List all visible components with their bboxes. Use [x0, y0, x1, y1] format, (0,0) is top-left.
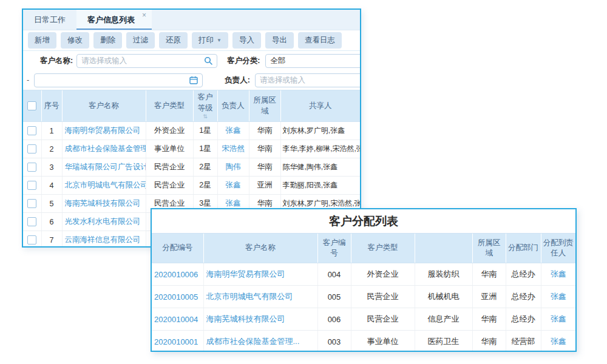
- table-row[interactable]: 2020010005 北京市明城电气有限公司 005 民营企业 机械机电 亚洲 …: [152, 286, 575, 308]
- table-row[interactable]: 2020010006 海南明华贸易有限公司 004 外资企业 服装纺织 华南 总…: [152, 263, 575, 286]
- customer-no: 006: [317, 308, 351, 331]
- customer-no: 004: [317, 263, 351, 286]
- view-log-button[interactable]: 查看日志: [298, 32, 342, 49]
- customer-name-link[interactable]: 北京市明城电气有限公司: [65, 181, 146, 189]
- export-button[interactable]: 导出: [265, 32, 294, 49]
- col-header-dept: 分配部门: [506, 234, 541, 263]
- industry: 机械机电: [415, 286, 472, 308]
- restore-button[interactable]: 还原: [159, 32, 188, 49]
- customer-type: 民营企业: [146, 158, 193, 177]
- customer-name-link[interactable]: 云南海祥信息有限公司: [65, 235, 141, 244]
- table-row[interactable]: 2 成都市社会保险基金管理... 事业单位 1星 宋浩然 华南 李华,李婷,柳琳…: [23, 140, 360, 158]
- add-button[interactable]: 新增: [28, 32, 56, 49]
- table-row[interactable]: 4 北京市明城电气有限公司 民营企业 2星 张鑫 亚洲 李勤丽,阳强,张鑫: [23, 177, 360, 195]
- dept: 总经办: [506, 286, 541, 308]
- filter-button[interactable]: 过滤: [126, 32, 155, 49]
- customer-type: 外资企业: [351, 263, 415, 286]
- page-title: 客户分配列表: [152, 209, 575, 233]
- col-header-industry: [415, 234, 472, 263]
- row-no: 2: [41, 140, 62, 158]
- tab-close-icon[interactable]: ×: [142, 11, 146, 19]
- customer-name-link[interactable]: 海南芜城科技有限公司: [206, 314, 285, 323]
- table-row[interactable]: 3 华瑞城有限公司广告设计部 民营企业 2星 陶伟 华南 陈华健,陶伟,张鑫: [23, 158, 360, 177]
- date-input[interactable]: [34, 73, 203, 87]
- alloc-no-link[interactable]: 2020010001: [154, 337, 198, 346]
- customer-name-link[interactable]: 华瑞城有限公司广告设计部: [65, 163, 146, 171]
- customer-name-field[interactable]: [81, 56, 204, 65]
- customer-no: 003: [317, 331, 351, 352]
- level-label: 客户等级: [198, 93, 213, 112]
- customer-name-link[interactable]: 海南芜城科技有限公司: [65, 199, 141, 207]
- row-checkbox[interactable]: [27, 144, 36, 153]
- alloc-no-link[interactable]: 2020010004: [154, 315, 198, 324]
- shared-people: 陈华健,陶伟,张鑫: [280, 158, 360, 177]
- edit-button[interactable]: 修改: [61, 32, 89, 49]
- owner-link[interactable]: 宋浩然: [222, 144, 245, 153]
- customer-category-label: 客户分类:: [227, 56, 260, 66]
- customer-name-link[interactable]: 光发水利水电有限公司: [65, 217, 141, 226]
- date-field[interactable]: [39, 76, 189, 84]
- caret-down-icon: ▼: [217, 38, 222, 43]
- print-button[interactable]: 打印 ▼: [192, 32, 228, 49]
- sort-icon[interactable]: ⇅: [195, 114, 215, 120]
- tab-label: 客户信息列表: [87, 15, 135, 24]
- table-row[interactable]: 2020010004 海南芜城科技有限公司 006 民营企业 信息产业 华南 总…: [152, 308, 575, 331]
- col-header-alloc-no: 分配编号: [152, 234, 203, 263]
- col-header-shared: 共享人: [280, 90, 360, 122]
- delete-button[interactable]: 删除: [93, 32, 122, 49]
- alloc-no-link[interactable]: 2020010006: [154, 270, 198, 279]
- import-button[interactable]: 导入: [232, 32, 261, 49]
- owner-label: 负责人:: [225, 75, 250, 86]
- row-checkbox[interactable]: [27, 126, 36, 135]
- customer-type: 事业单位: [146, 140, 193, 158]
- table-row[interactable]: 1 海南明华贸易有限公司 外资企业 1星 张鑫 华南 刘东林,罗广明,张鑫: [23, 122, 360, 140]
- assignee-link[interactable]: 张鑫: [551, 314, 566, 323]
- owner-link[interactable]: 张鑫: [226, 199, 241, 207]
- customer-name-input[interactable]: [76, 54, 217, 68]
- row-no: 6: [41, 213, 62, 231]
- calendar-icon[interactable]: [189, 76, 198, 84]
- owner-input[interactable]: [255, 73, 361, 87]
- row-no: 1: [41, 122, 62, 140]
- owner-link[interactable]: 陶伟: [226, 163, 241, 171]
- row-checkbox[interactable]: [27, 235, 36, 244]
- owner-link[interactable]: 张鑫: [226, 181, 241, 189]
- col-header-no: 序号: [41, 90, 62, 122]
- customer-allocation-window: 客户分配列表 分配编号 客户名称 客户编号 客户类型 所属区域 分配部门 分配到…: [151, 208, 577, 352]
- customer-name-link[interactable]: 海南明华贸易有限公司: [206, 269, 285, 278]
- table-header-row: 序号 客户名称 客户类型 客户等级 ⇅ 负责人 所属区域 共享人: [23, 90, 360, 122]
- customer-category-value: 全部: [270, 56, 285, 66]
- table-row[interactable]: 2020010001 成都市社会保险基金管理... 003 事业单位 医药卫生 …: [152, 331, 575, 352]
- region: 华南: [249, 122, 280, 140]
- customer-name-link[interactable]: 海南明华贸易有限公司: [65, 126, 141, 135]
- row-checkbox[interactable]: [27, 199, 36, 208]
- customer-level: 1星: [193, 122, 217, 140]
- col-header-customer-name: 客户名称: [62, 90, 146, 122]
- assignee-link[interactable]: 张鑫: [551, 337, 566, 346]
- col-header-assignee: 分配到责任人: [541, 234, 575, 263]
- owner-link[interactable]: 张鑫: [226, 126, 241, 135]
- customer-category-select[interactable]: 全部: [265, 54, 361, 68]
- owner-field[interactable]: [260, 76, 358, 84]
- select-all-cell: [23, 90, 41, 122]
- customer-name-link[interactable]: 成都市社会保险基金管理...: [206, 337, 300, 346]
- row-checkbox[interactable]: [27, 181, 36, 190]
- customer-level: 2星: [193, 177, 217, 195]
- customer-name-link[interactable]: 北京市明城电气有限公司: [206, 292, 293, 301]
- dept: 经营部: [506, 331, 541, 352]
- tab-customer-info-list[interactable]: 客户信息列表 ×: [76, 10, 152, 30]
- assignee-link[interactable]: 张鑫: [551, 269, 566, 278]
- industry: 服装纺织: [415, 263, 472, 286]
- tab-daily-work[interactable]: 日常工作: [23, 10, 76, 30]
- row-checkbox[interactable]: [27, 163, 36, 172]
- assignee-link[interactable]: 张鑫: [551, 292, 566, 301]
- toolbar: 新增 修改 删除 过滤 还原 打印 ▼ 导入 导出 查看日志: [23, 30, 360, 51]
- row-checkbox[interactable]: [27, 217, 36, 226]
- search-icon[interactable]: [204, 56, 212, 65]
- customer-type: 民营企业: [351, 308, 415, 331]
- alloc-no-link[interactable]: 2020010005: [154, 292, 198, 302]
- select-all-checkbox[interactable]: [27, 101, 36, 110]
- col-header-customer-level[interactable]: 客户等级 ⇅: [193, 90, 217, 122]
- customer-level: 1星: [193, 140, 217, 158]
- customer-name-link[interactable]: 成都市社会保险基金管理...: [65, 144, 146, 153]
